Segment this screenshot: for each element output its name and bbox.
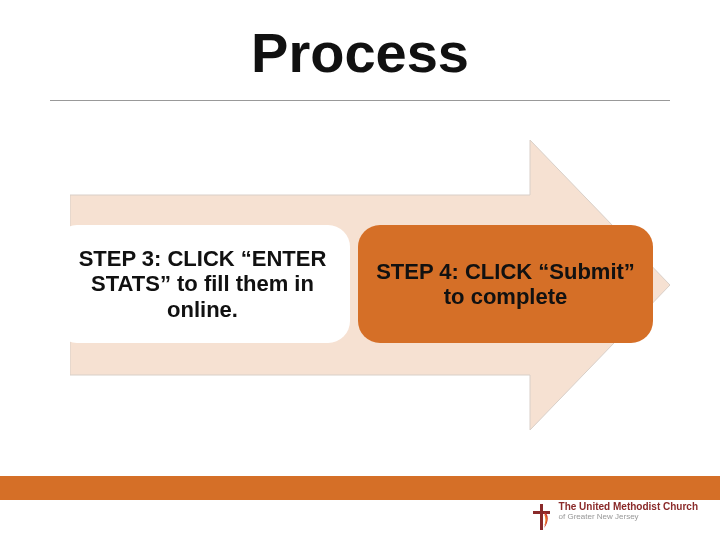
svg-rect-2 — [533, 511, 550, 514]
step-4-card: STEP 4: CLICK “Submit” to complete — [358, 225, 653, 343]
step-3-text: STEP 3: CLICK “ENTER STATS” to fill them… — [73, 246, 332, 322]
footer-accent-bar — [0, 476, 720, 500]
steps-row: STEP 3: CLICK “ENTER STATS” to fill them… — [55, 225, 655, 343]
slide-title: Process — [0, 20, 720, 85]
cross-flame-icon — [531, 502, 553, 532]
step-3-card: STEP 3: CLICK “ENTER STATS” to fill them… — [55, 225, 350, 343]
footer-logo: The United Methodist Church of Greater N… — [531, 502, 698, 532]
logo-line-1: The United Methodist Church — [559, 502, 698, 513]
step-4-text: STEP 4: CLICK “Submit” to complete — [376, 259, 635, 310]
svg-rect-1 — [540, 504, 543, 530]
logo-line-2: of Greater New Jersey — [559, 513, 698, 521]
logo-text: The United Methodist Church of Greater N… — [559, 502, 698, 521]
title-underline — [50, 100, 670, 101]
